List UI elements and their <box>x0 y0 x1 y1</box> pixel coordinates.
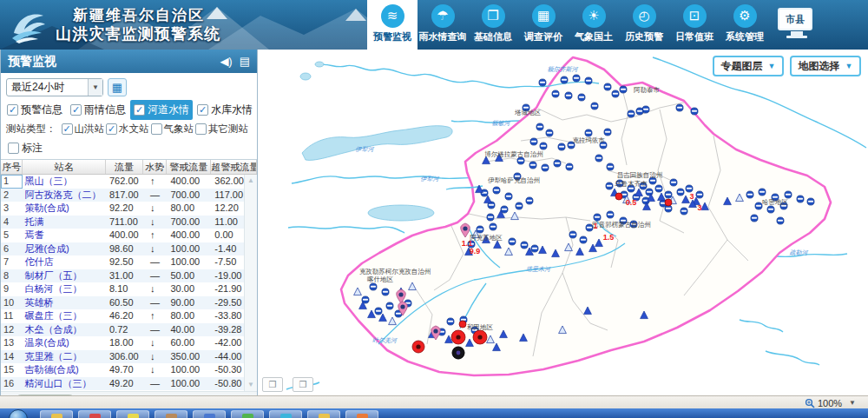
station-balloon-marker[interactable] <box>536 123 543 130</box>
station-type-4[interactable]: 其它测站 <box>195 123 248 136</box>
station-balloon-marker[interactable] <box>655 185 662 192</box>
taskbar-app-button[interactable] <box>116 410 149 418</box>
station-balloon-marker[interactable] <box>565 92 572 99</box>
station-balloon-marker[interactable] <box>612 90 619 97</box>
table-row[interactable]: 1黑山（三）762.00↑400.00362.00 <box>1 175 257 189</box>
station-balloon-marker[interactable] <box>595 155 602 162</box>
station-balloon-marker[interactable] <box>686 185 693 192</box>
station-balloon-marker[interactable] <box>487 214 494 221</box>
station-type-2[interactable]: ✓水文站 <box>106 123 149 136</box>
red-alert-marker[interactable] <box>412 341 424 353</box>
column-header[interactable]: 序号 <box>1 160 23 174</box>
station-balloon-marker[interactable] <box>539 79 546 86</box>
nav-tab-6[interactable]: ◴历史预警 <box>619 0 669 50</box>
station-balloon-marker[interactable] <box>594 214 601 221</box>
station-type-1[interactable]: ✓山洪站 <box>62 123 105 136</box>
station-type-3[interactable]: 气象站 <box>151 123 194 136</box>
speaker-icon[interactable]: ◀) <box>220 55 232 68</box>
station-balloon-marker[interactable] <box>542 164 549 171</box>
station-balloon-marker[interactable] <box>691 108 698 115</box>
station-balloon-marker[interactable] <box>493 187 500 194</box>
notepad-icon[interactable]: ▤ <box>240 55 250 68</box>
station-balloon-marker[interactable] <box>529 162 536 169</box>
city-county-button[interactable]: 市县 <box>778 8 816 43</box>
station-balloon-marker[interactable] <box>561 76 568 83</box>
table-row[interactable]: 12木垒（合成）0.72—40.00-39.28 <box>1 323 257 337</box>
windows-taskbar[interactable] <box>0 408 868 418</box>
station-balloon-marker[interactable] <box>509 238 516 245</box>
nav-tab-4[interactable]: ▦调查评价 <box>518 0 569 50</box>
station-balloon-marker[interactable] <box>477 226 483 233</box>
station-balloon-marker[interactable] <box>531 245 538 252</box>
station-balloon-marker[interactable] <box>696 191 703 198</box>
table-row[interactable]: 2阿古孜洛克（二）817.00—700.00117.00 <box>1 189 257 202</box>
station-balloon-marker[interactable] <box>382 289 389 295</box>
station-balloon-marker[interactable] <box>490 223 496 230</box>
taskbar-app-button[interactable] <box>155 410 187 418</box>
station-balloon-marker[interactable] <box>573 75 580 82</box>
red-alert-marker[interactable] <box>665 199 672 206</box>
station-balloon-marker[interactable] <box>607 211 614 218</box>
table-row[interactable]: 15吉勒德(合成)49.70↓100.00-50.30 <box>1 363 257 377</box>
time-range-select[interactable]: 最近24小时 ▼ <box>6 78 103 96</box>
station-balloon-marker[interactable] <box>554 160 561 167</box>
filter-1[interactable]: ✓预警信息 <box>3 100 66 120</box>
nav-tab-3[interactable]: ❐基础信息 <box>468 0 518 50</box>
browser-zoom-control[interactable]: 100% ▼ <box>805 396 856 409</box>
calendar-button[interactable]: ▦ <box>108 78 127 96</box>
table-row[interactable]: 4托满711.00↓700.0011.00 <box>1 216 257 229</box>
column-header[interactable]: 流量 <box>106 160 143 174</box>
nav-tab-1[interactable]: ≋预警监视 <box>367 0 418 50</box>
taskbar-app-button[interactable] <box>40 410 73 418</box>
station-balloon-marker[interactable] <box>552 90 559 97</box>
station-balloon-marker[interactable] <box>607 163 614 170</box>
table-row[interactable]: 10英雄桥60.50—90.00-29.50 <box>1 296 257 310</box>
station-balloon-marker[interactable] <box>370 283 377 290</box>
station-balloon-marker[interactable] <box>665 191 672 198</box>
station-balloon-marker[interactable] <box>517 157 524 164</box>
table-row[interactable]: 16精河山口（三）49.20—100.00-50.80 <box>1 377 257 391</box>
start-button[interactable] <box>9 409 28 418</box>
table-row[interactable]: 13温泉(合成)18.00↓60.00-42.00 <box>1 336 257 350</box>
station-balloon-marker[interactable] <box>591 103 598 109</box>
station-balloon-marker[interactable] <box>375 308 382 315</box>
basemap-select-button[interactable]: 地图选择 ▼ <box>790 56 861 76</box>
station-balloon-marker[interactable] <box>516 202 523 209</box>
station-balloon-marker[interactable] <box>530 138 537 145</box>
red-alert-marker[interactable] <box>615 193 622 200</box>
vertical-scrollbar[interactable]: ▲ ▼ <box>244 175 257 391</box>
table-row[interactable]: 14克里雅（二）306.00↓350.00-44.00 <box>1 350 257 364</box>
station-balloon-marker[interactable] <box>606 182 613 189</box>
taskbar-app-button[interactable] <box>231 410 264 418</box>
station-balloon-marker[interactable] <box>578 94 585 101</box>
nav-tab-8[interactable]: ⚙系统管理 <box>720 0 770 50</box>
station-balloon-marker[interactable] <box>785 191 792 198</box>
filter-2[interactable]: ✓雨情信息 <box>67 100 129 120</box>
station-balloon-marker[interactable] <box>797 196 804 202</box>
cascade-window-icon[interactable]: ❐ <box>293 377 313 392</box>
taskbar-app-button[interactable] <box>269 410 302 418</box>
table-row[interactable]: 6尼雅(合成)98.60↓100.00-1.40 <box>1 242 257 256</box>
station-balloon-marker[interactable] <box>526 197 533 204</box>
column-header[interactable]: 水势 <box>143 160 167 174</box>
scroll-down-icon[interactable]: ▼ <box>245 379 257 391</box>
map-container[interactable]: 阿勒泰市塔城地区克拉玛依市博尔塔拉蒙古自治州伊犁哈萨克自治州昌吉回族自治州乌鲁木… <box>258 50 868 395</box>
station-balloon-marker[interactable] <box>604 83 611 90</box>
station-balloon-marker[interactable] <box>646 189 653 196</box>
station-balloon-marker[interactable] <box>580 236 587 243</box>
station-balloon-marker[interactable] <box>566 163 573 170</box>
station-balloon-marker[interactable] <box>620 86 627 93</box>
station-balloon-marker[interactable] <box>676 104 683 111</box>
station-balloon-marker[interactable] <box>604 129 611 136</box>
column-header[interactable]: 超警戒流量 <box>211 160 257 174</box>
column-header[interactable]: 警戒流量 <box>167 160 211 174</box>
filter-3[interactable]: ✓河道水情 <box>130 100 193 120</box>
station-balloon-marker[interactable] <box>777 217 784 224</box>
red-alert-marker[interactable] <box>451 330 465 344</box>
station-balloon-marker[interactable] <box>759 189 766 196</box>
station-balloon-marker[interactable] <box>807 198 814 205</box>
station-balloon-marker[interactable] <box>767 206 774 213</box>
station-balloon-marker[interactable] <box>670 179 677 186</box>
taskbar-app-button[interactable] <box>78 410 111 418</box>
thematic-layer-button[interactable]: 专题图层 ▼ <box>713 56 784 76</box>
